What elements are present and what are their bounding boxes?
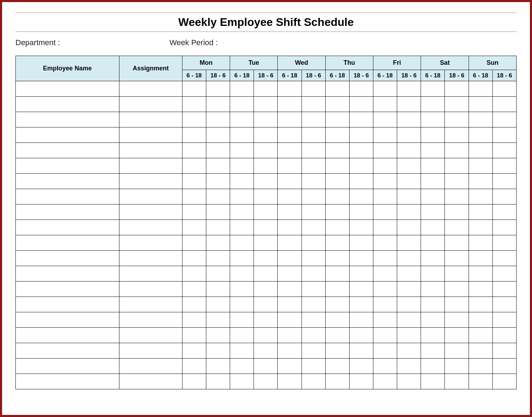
- cell-shift[interactable]: [421, 282, 445, 297]
- cell-shift[interactable]: [278, 266, 302, 282]
- cell-shift[interactable]: [182, 127, 206, 143]
- cell-shift[interactable]: [445, 81, 469, 97]
- cell-shift[interactable]: [397, 251, 421, 266]
- cell-shift[interactable]: [469, 312, 492, 328]
- cell-shift[interactable]: [373, 97, 397, 112]
- cell-shift[interactable]: [397, 189, 421, 204]
- cell-shift[interactable]: [206, 158, 230, 174]
- cell-shift[interactable]: [182, 204, 206, 220]
- cell-assignment[interactable]: [119, 112, 182, 127]
- cell-shift[interactable]: [445, 251, 469, 266]
- cell-assignment[interactable]: [119, 189, 182, 204]
- cell-shift[interactable]: [421, 204, 445, 220]
- cell-shift[interactable]: [302, 235, 325, 251]
- cell-shift[interactable]: [492, 359, 516, 374]
- cell-shift[interactable]: [445, 343, 469, 359]
- cell-employee-name[interactable]: [16, 251, 119, 266]
- cell-shift[interactable]: [302, 81, 325, 97]
- cell-shift[interactable]: [397, 143, 421, 158]
- cell-shift[interactable]: [397, 374, 421, 389]
- cell-shift[interactable]: [492, 174, 516, 189]
- cell-shift[interactable]: [230, 328, 254, 343]
- cell-shift[interactable]: [445, 282, 469, 297]
- cell-shift[interactable]: [278, 343, 302, 359]
- cell-shift[interactable]: [397, 220, 421, 235]
- cell-shift[interactable]: [182, 235, 206, 251]
- cell-shift[interactable]: [421, 97, 445, 112]
- cell-shift[interactable]: [206, 174, 230, 189]
- cell-shift[interactable]: [278, 282, 302, 297]
- cell-shift[interactable]: [349, 297, 373, 312]
- cell-shift[interactable]: [469, 97, 492, 112]
- cell-shift[interactable]: [397, 343, 421, 359]
- cell-assignment[interactable]: [119, 204, 182, 220]
- cell-shift[interactable]: [349, 112, 373, 127]
- cell-shift[interactable]: [182, 143, 206, 158]
- cell-shift[interactable]: [325, 312, 349, 328]
- cell-employee-name[interactable]: [16, 112, 119, 127]
- cell-assignment[interactable]: [119, 343, 182, 359]
- cell-shift[interactable]: [230, 143, 254, 158]
- cell-shift[interactable]: [373, 312, 397, 328]
- cell-shift[interactable]: [325, 81, 349, 97]
- cell-shift[interactable]: [492, 143, 516, 158]
- cell-shift[interactable]: [492, 189, 516, 204]
- cell-shift[interactable]: [469, 220, 492, 235]
- cell-shift[interactable]: [397, 282, 421, 297]
- cell-shift[interactable]: [254, 297, 278, 312]
- cell-shift[interactable]: [349, 235, 373, 251]
- cell-shift[interactable]: [349, 282, 373, 297]
- cell-shift[interactable]: [492, 158, 516, 174]
- cell-shift[interactable]: [206, 312, 230, 328]
- cell-shift[interactable]: [421, 158, 445, 174]
- cell-shift[interactable]: [469, 204, 492, 220]
- cell-shift[interactable]: [254, 328, 278, 343]
- cell-shift[interactable]: [254, 143, 278, 158]
- cell-shift[interactable]: [182, 282, 206, 297]
- cell-shift[interactable]: [445, 328, 469, 343]
- cell-shift[interactable]: [397, 158, 421, 174]
- cell-shift[interactable]: [492, 343, 516, 359]
- cell-shift[interactable]: [373, 220, 397, 235]
- cell-shift[interactable]: [469, 174, 492, 189]
- cell-shift[interactable]: [469, 343, 492, 359]
- cell-shift[interactable]: [302, 251, 325, 266]
- cell-shift[interactable]: [182, 174, 206, 189]
- cell-shift[interactable]: [302, 297, 325, 312]
- cell-shift[interactable]: [254, 174, 278, 189]
- cell-shift[interactable]: [492, 220, 516, 235]
- cell-shift[interactable]: [373, 297, 397, 312]
- cell-shift[interactable]: [325, 158, 349, 174]
- cell-shift[interactable]: [421, 112, 445, 127]
- cell-shift[interactable]: [445, 374, 469, 389]
- cell-shift[interactable]: [302, 312, 325, 328]
- cell-shift[interactable]: [230, 127, 254, 143]
- cell-shift[interactable]: [230, 112, 254, 127]
- cell-shift[interactable]: [230, 251, 254, 266]
- cell-shift[interactable]: [278, 312, 302, 328]
- cell-shift[interactable]: [325, 266, 349, 282]
- cell-shift[interactable]: [325, 235, 349, 251]
- cell-assignment[interactable]: [119, 81, 182, 97]
- cell-shift[interactable]: [230, 359, 254, 374]
- cell-shift[interactable]: [230, 297, 254, 312]
- cell-shift[interactable]: [206, 112, 230, 127]
- cell-shift[interactable]: [421, 235, 445, 251]
- cell-shift[interactable]: [278, 359, 302, 374]
- cell-assignment[interactable]: [119, 235, 182, 251]
- cell-shift[interactable]: [325, 127, 349, 143]
- cell-shift[interactable]: [254, 282, 278, 297]
- cell-assignment[interactable]: [119, 297, 182, 312]
- cell-shift[interactable]: [349, 328, 373, 343]
- cell-shift[interactable]: [445, 112, 469, 127]
- cell-shift[interactable]: [302, 158, 325, 174]
- cell-employee-name[interactable]: [16, 220, 119, 235]
- cell-shift[interactable]: [397, 81, 421, 97]
- cell-assignment[interactable]: [119, 127, 182, 143]
- cell-assignment[interactable]: [119, 174, 182, 189]
- cell-shift[interactable]: [373, 359, 397, 374]
- cell-shift[interactable]: [469, 81, 492, 97]
- cell-shift[interactable]: [278, 297, 302, 312]
- cell-shift[interactable]: [421, 359, 445, 374]
- cell-shift[interactable]: [230, 374, 254, 389]
